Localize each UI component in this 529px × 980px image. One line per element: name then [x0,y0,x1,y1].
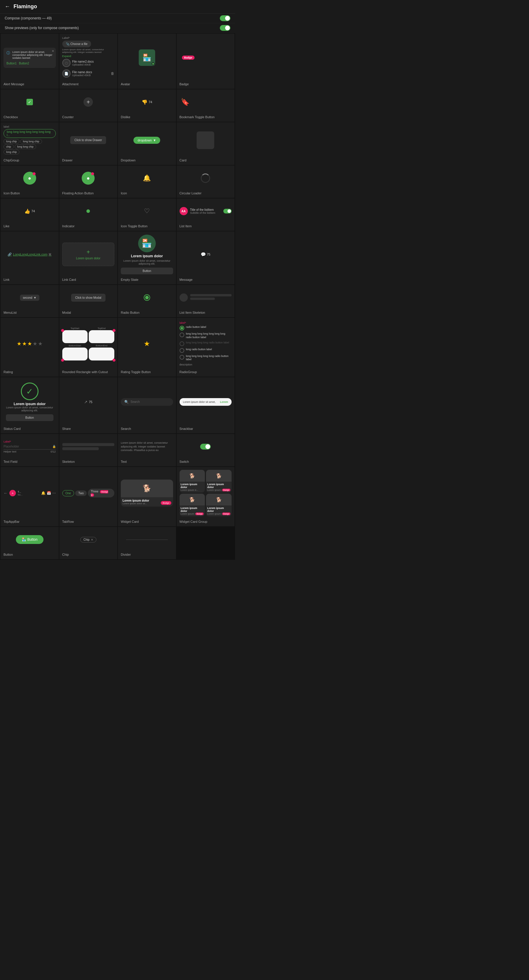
tf-count: 0/12 [51,450,56,453]
menu-list-cell: second ▼ MenuList [1,285,59,317]
rr-item-1 [62,330,88,343]
tab-three[interactable]: Three Badge te [88,489,114,498]
switch-preview [180,437,232,457]
chip-item-4[interactable]: long chip [3,150,19,154]
radio-button[interactable] [144,294,150,301]
compose-toggle[interactable] [220,15,230,21]
widget-card-group: 🐕 Lorem ipsum dolor Lorem ipsum d... 🐕 L… [180,470,232,516]
counter-add-button[interactable]: + [83,97,93,107]
wcg-item-2[interactable]: 🐕 Lorem ipsum dolor Lorem ipsum d... Bad… [180,494,205,516]
empty-btn[interactable]: Button [121,267,173,274]
calendar-icon[interactable]: 📅 [47,491,51,495]
tf-input[interactable]: Placeholder 🔒 [3,444,56,450]
tab-one[interactable]: One [62,490,75,496]
link-card[interactable]: + Lorem ipsum dolor [62,243,114,266]
share-icon[interactable]: ↗ [84,399,87,404]
online-indicator [152,62,154,65]
attachment-content: Label* 📎 Choose a file Lorem ipsum dolor… [62,37,114,79]
list-toggle[interactable] [223,209,232,213]
rating-toggle-star[interactable]: ★ [144,340,150,348]
bookmark-icon[interactable]: 🔖 [181,98,189,106]
list-skeleton-label: List Item Skeleton [180,311,205,314]
drawer-button[interactable]: Click to show Drawer [70,136,106,144]
star-4[interactable]: ★ [33,340,37,347]
radio-option-4: long long long long long radio button la… [180,355,232,361]
like-count: 74 [32,209,35,213]
dropdown-cell: dropdown ▼ Dropdown [118,123,176,165]
back-arrow-icon[interactable]: ← [3,491,8,495]
bell-top-icon[interactable]: 🔔 [41,491,46,495]
share-label: Share [62,427,71,430]
like-cell: 👍 74 Like [1,199,59,231]
previews-toggle[interactable] [220,25,230,31]
delete-icon[interactable]: 🗑 [111,72,114,76]
radio-outer-1[interactable] [180,332,184,337]
status-title: Lorem ipsum dolor [14,402,46,406]
radio-group-label: RadioGroup [180,370,197,374]
chevron-down-icon: ▼ [153,138,156,142]
back-button[interactable]: ← [5,3,10,10]
link-label: Link [3,278,10,282]
radio-text-4: long long long long long radio button la… [186,355,232,361]
thumbdown-icon[interactable]: 👎 [141,99,148,105]
star-5[interactable]: ★ [38,340,43,347]
radio-outer-4[interactable] [180,355,184,360]
chip-item-3[interactable]: long long chip [15,144,37,149]
more-icon[interactable]: ⋯ [52,491,56,495]
dropdown-button[interactable]: dropdown ▼ [133,137,160,144]
star-3[interactable]: ★ [27,340,32,347]
message-icon[interactable]: 💬 [201,252,206,257]
icon-button[interactable]: ● [23,172,36,185]
fab-button[interactable]: ● [82,172,95,185]
chip-text: Chip [83,538,90,541]
skeleton-avatar [180,293,188,302]
search-input[interactable]: Search [130,400,140,403]
drawer-label: Drawer [62,159,73,162]
link[interactable]: 🔗 LongLongLongLink.com ⌘ [8,253,51,256]
chip[interactable]: Chip ✕ [80,537,96,542]
modal-button[interactable]: Click to show Modal [71,294,105,302]
file-status-2: Uploaded 45KB [72,74,109,77]
rr-label-4: BottomEnd [89,344,114,347]
dislike-preview: 👎 74 [121,92,173,112]
wcg-item-0[interactable]: 🐕 Lorem ipsum dolor Lorem ipsum d... [180,470,205,493]
wcg-item-1[interactable]: 🐕 Lorem ipsum dolor Lorem ipsum d... Bad… [206,470,232,493]
dropdown-text: dropdown [138,138,152,142]
star-2[interactable]: ★ [22,340,27,347]
close-icon[interactable]: ✕ [52,49,54,52]
button[interactable]: 🏪 Button [16,535,43,544]
switch[interactable] [200,444,211,450]
radio-outer-3[interactable] [180,348,184,353]
expand-link[interactable]: Expand [62,55,114,57]
choose-file-button[interactable]: 📎 Choose a file [62,41,91,47]
chip-item-0[interactable]: long chip [3,139,19,144]
alert-label: Alert Message [3,82,24,86]
counter-label: Counter [62,115,74,119]
checkbox[interactable]: ✓ [27,99,33,105]
wcg-badge-1: Badge [222,489,230,491]
heart-icon[interactable]: ♡ [144,207,150,215]
link-card-cell: + Lorem ipsum dolor Link Card [59,231,118,284]
status-btn[interactable]: Button [6,414,54,421]
tab-two[interactable]: Two [75,490,86,496]
radio-outer-0[interactable] [180,326,184,331]
chip-group-main[interactable]: long long long long long long long l... [3,129,56,138]
alert-btn2[interactable]: Button2 [19,62,29,65]
star-1[interactable]: ★ [17,340,21,347]
thumbup-icon[interactable]: 👍 [24,208,30,214]
skeleton-lines [190,294,232,301]
rr-label-1: TopStart [62,327,88,329]
plus-icon: + [86,249,90,256]
widget-card-label: Widget Card [121,520,139,523]
fab-preview: ● [62,169,114,188]
radio-button-preview [121,288,173,307]
wcg-item-3[interactable]: 🐕 Lorem ipsum dolor Lorem ipsum d... Bad… [206,494,232,516]
alert-btn1[interactable]: Button1 [6,62,16,65]
skeleton-bar-2 [62,447,99,450]
chip-item-2[interactable]: chip [3,144,14,149]
widget-card[interactable]: 🐕 Lorem ipsum dolor Lorem ipsum dolor si… [121,480,173,507]
snackbar-action[interactable]: Lorem [220,401,228,403]
chip-item-1[interactable]: long long chip [20,139,42,144]
menu-list[interactable]: second ▼ [20,294,40,301]
empty-title: Lorem ipsum dolor [131,254,163,258]
